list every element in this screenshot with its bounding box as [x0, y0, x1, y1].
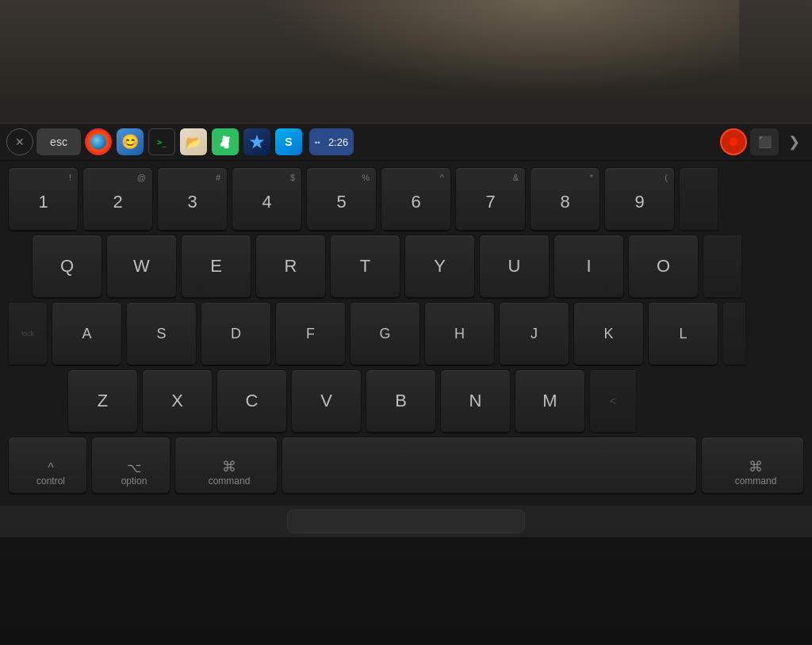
key-x[interactable]: X	[142, 369, 213, 433]
key-1-main: 1	[38, 192, 48, 212]
tb-clock: 2:26	[328, 136, 348, 148]
key-7-main: 7	[485, 192, 495, 212]
option-label: option	[121, 475, 147, 487]
key-y[interactable]: Y	[404, 235, 475, 298]
key-l[interactable]: L	[648, 302, 718, 365]
key-o[interactable]: O	[628, 235, 699, 298]
key-h[interactable]: H	[424, 302, 495, 365]
tb-left-group: ✕ esc 😊 >_ 📂	[6, 128, 303, 155]
key-m[interactable]: M	[515, 369, 585, 433]
key-3[interactable]: # 3	[157, 167, 228, 231]
command-left-label: command	[209, 475, 251, 487]
key-semi-partial	[722, 302, 746, 365]
key-1[interactable]: ! 1	[8, 167, 79, 231]
tb-esc-key[interactable]: esc	[36, 128, 81, 155]
number-row: ! 1 @ 2 # 3 $ 4 % 5 ^ 6	[8, 167, 804, 231]
key-x-label: X	[171, 391, 183, 411]
tb-close-button[interactable]: ✕	[6, 128, 33, 155]
key-s[interactable]: S	[126, 302, 197, 365]
key-3-main: 3	[187, 192, 197, 212]
key-o-label: O	[657, 256, 670, 277]
command-right-symbol: ⌘	[749, 458, 763, 475]
key-v[interactable]: V	[291, 369, 362, 433]
key-control[interactable]: ^ control	[8, 437, 87, 494]
key-d-label: D	[231, 326, 241, 342]
option-symbol: ⌥	[127, 460, 141, 475]
key-j[interactable]: J	[499, 302, 569, 365]
terminal-app-icon: >_	[148, 128, 175, 155]
tb-right-group: ⬛ ❯	[720, 128, 806, 155]
caps-partial: lock	[8, 302, 48, 365]
key-m-label: M	[542, 391, 557, 411]
tb-chevron-button[interactable]: ❯	[782, 128, 806, 155]
tb-evernote-icon[interactable]	[211, 128, 239, 155]
key-b[interactable]: B	[366, 369, 436, 433]
preview-app-icon: 📂	[180, 128, 207, 155]
tb-skype-icon[interactable]: S	[274, 128, 303, 155]
key-6-main: 6	[411, 192, 420, 212]
key-f-label: F	[306, 326, 315, 342]
tb-moom-widget[interactable]: ▪▪ 2:26	[309, 128, 354, 155]
key-f[interactable]: F	[275, 302, 346, 365]
key-z[interactable]: Z	[67, 369, 138, 433]
tb-preview-icon[interactable]: 📂	[179, 128, 208, 155]
firefox-app-icon	[85, 128, 112, 155]
key-g[interactable]: G	[350, 302, 420, 365]
home-row: lock A S D F G H J K	[8, 302, 804, 365]
key-t[interactable]: T	[330, 235, 400, 298]
tb-record-button[interactable]	[720, 128, 747, 155]
key-4[interactable]: $ 4	[232, 167, 302, 231]
key-8[interactable]: * 8	[530, 167, 600, 231]
key-0-partial	[679, 167, 718, 231]
trackpad[interactable]	[287, 510, 525, 533]
key-1-symbol: !	[69, 173, 71, 182]
key-k[interactable]: K	[573, 302, 644, 365]
key-6[interactable]: ^ 6	[381, 167, 451, 231]
tb-blizzard-icon[interactable]	[243, 128, 271, 155]
touch-bar: ✕ esc 😊 >_ 📂	[0, 123, 812, 161]
control-label: control	[36, 475, 65, 487]
key-q-label: Q	[60, 256, 74, 277]
tb-finder-icon[interactable]: 😊	[116, 128, 144, 155]
key-8-main: 8	[560, 192, 569, 212]
key-9-main: 9	[634, 192, 644, 212]
top-aluminum	[0, 0, 812, 123]
key-option[interactable]: ⌥ option	[91, 437, 170, 494]
key-6-symbol: ^	[440, 173, 444, 182]
modifier-row: ^ control ⌥ option ⌘ command ⌘ command	[8, 437, 804, 494]
key-q[interactable]: Q	[32, 235, 102, 298]
key-a[interactable]: A	[52, 302, 122, 365]
tb-terminal-icon[interactable]: >_	[147, 128, 176, 155]
key-spacebar[interactable]	[282, 437, 697, 494]
control-symbol: ^	[48, 461, 54, 475]
key-9[interactable]: ( 9	[604, 167, 675, 231]
esc-label: esc	[50, 135, 67, 148]
key-n-label: N	[469, 391, 482, 411]
key-command-right[interactable]: ⌘ command	[701, 437, 804, 494]
key-5[interactable]: % 5	[306, 167, 377, 231]
key-e[interactable]: E	[181, 235, 251, 298]
key-w[interactable]: W	[106, 235, 177, 298]
key-a-label: A	[82, 326, 91, 342]
key-r[interactable]: R	[255, 235, 326, 298]
key-3-symbol: #	[216, 173, 220, 182]
key-7[interactable]: & 7	[455, 167, 526, 231]
command-left-symbol: ⌘	[222, 458, 236, 475]
key-9-symbol: (	[665, 173, 668, 182]
key-v-label: V	[320, 391, 332, 411]
key-c[interactable]: C	[216, 369, 287, 433]
key-4-symbol: $	[290, 173, 295, 182]
key-2-symbol: @	[137, 173, 146, 182]
key-4-main: 4	[262, 192, 271, 212]
tb-firefox-icon[interactable]	[84, 128, 113, 155]
moom-icon-symbol: ▪▪	[315, 138, 320, 147]
key-2[interactable]: @ 2	[82, 167, 153, 231]
key-h-label: H	[454, 326, 465, 342]
tb-screenlock-button[interactable]: ⬛	[750, 128, 779, 155]
key-command-left[interactable]: ⌘ command	[174, 437, 278, 494]
firefox-inner-circle	[90, 134, 106, 150]
key-d[interactable]: D	[201, 302, 271, 365]
key-n[interactable]: N	[440, 369, 511, 433]
key-u[interactable]: U	[479, 235, 550, 298]
key-i[interactable]: I	[553, 235, 624, 298]
